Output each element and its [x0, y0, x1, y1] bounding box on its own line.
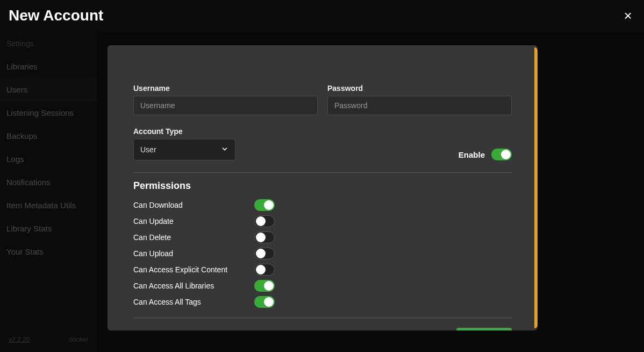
submit-row: Submit: [133, 328, 512, 330]
permission-toggle[interactable]: [254, 264, 275, 276]
account-type-row: Account Type User Enable: [133, 127, 512, 160]
permissions-list: Can DownloadCan UpdateCan DeleteCan Uplo…: [133, 197, 512, 310]
permission-label: Can Access All Tags: [133, 298, 254, 306]
permission-label: Can Access Explicit Content: [133, 265, 254, 274]
new-account-modal: Username Password Account Type User: [108, 45, 538, 330]
password-col: Password: [327, 84, 512, 115]
permission-label: Can Delete: [133, 233, 254, 242]
enable-label: Enable: [459, 150, 485, 159]
account-type-select[interactable]: User: [133, 139, 235, 160]
permission-toggle[interactable]: [254, 215, 275, 227]
username-col: Username: [133, 84, 318, 115]
modal-title: New Account: [9, 7, 103, 24]
credentials-row: Username Password: [133, 84, 512, 115]
modal-titlebar: New Account ×: [0, 0, 644, 31]
permission-label: Can Update: [133, 217, 254, 226]
permission-row: Can Access Explicit Content: [133, 262, 512, 278]
permission-label: Can Download: [133, 201, 254, 209]
password-label: Password: [327, 84, 512, 93]
scrollbar[interactable]: [534, 47, 538, 328]
submit-button[interactable]: Submit: [456, 328, 512, 330]
permission-row: Can Delete: [133, 229, 512, 245]
permission-toggle[interactable]: [254, 248, 275, 259]
password-input[interactable]: [327, 96, 512, 115]
account-type-label: Account Type: [133, 127, 235, 136]
permission-toggle[interactable]: [254, 231, 275, 243]
permission-row: Can Access All Libraries: [133, 278, 512, 294]
account-type-value: User: [140, 145, 156, 154]
permission-label: Can Upload: [133, 249, 254, 258]
permission-row: Can Upload: [133, 245, 512, 262]
permission-label: Can Access All Libraries: [133, 281, 254, 290]
permission-row: Can Download: [133, 197, 512, 213]
username-label: Username: [133, 84, 318, 93]
permissions-title: Permissions: [133, 180, 512, 192]
enable-toggle[interactable]: [491, 149, 512, 160]
modal-body: Username Password Account Type User: [108, 45, 538, 330]
permission-toggle[interactable]: [254, 296, 275, 308]
permission-toggle[interactable]: [254, 280, 275, 292]
permission-toggle[interactable]: [254, 199, 275, 211]
divider: [133, 318, 512, 318]
close-icon[interactable]: ×: [620, 8, 635, 23]
permission-row: Can Access All Tags: [133, 294, 512, 310]
chevron-down-icon: [221, 145, 228, 154]
enable-wrap: Enable: [459, 149, 512, 160]
permission-row: Can Update: [133, 213, 512, 229]
username-input[interactable]: [133, 96, 318, 115]
divider: [133, 172, 512, 173]
app-root: Settings Libraries Users Listening Sessi…: [0, 0, 644, 352]
account-type-col: Account Type User: [133, 127, 235, 160]
